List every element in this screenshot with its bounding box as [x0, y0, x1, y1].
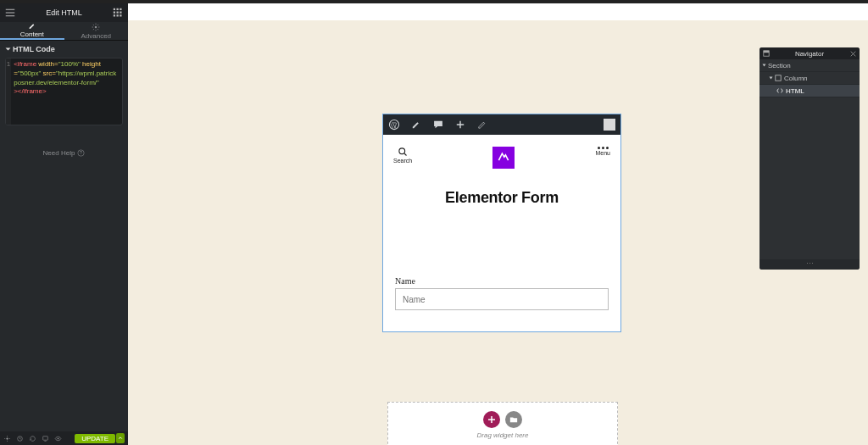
- gear-icon: [92, 23, 100, 31]
- panel-header: Edit HTML: [0, 3, 128, 22]
- name-label: Name: [395, 276, 609, 286]
- section-html-code[interactable]: HTML Code: [0, 41, 128, 58]
- svg-point-9: [95, 25, 97, 28]
- template-button[interactable]: [505, 411, 522, 428]
- editor-canvas: Search Menu Elementor Form Name Drag wid…: [128, 3, 868, 445]
- nav-section[interactable]: Section: [760, 59, 860, 72]
- pencil-icon: [28, 22, 36, 30]
- caret-down-icon: [6, 48, 11, 51]
- plus-icon[interactable]: [454, 119, 466, 131]
- drop-zone[interactable]: Drag widget here: [387, 402, 618, 445]
- svg-rect-7: [116, 14, 118, 16]
- update-button[interactable]: UPDATE: [75, 434, 115, 443]
- svg-point-16: [389, 120, 398, 129]
- wordpress-icon[interactable]: [388, 119, 400, 131]
- customize-icon[interactable]: [410, 119, 422, 131]
- eye-icon[interactable]: [54, 435, 62, 442]
- caret-down-icon: [763, 64, 766, 67]
- svg-rect-14: [43, 436, 48, 440]
- tab-content[interactable]: Content: [0, 22, 64, 40]
- grid-icon[interactable]: [113, 8, 123, 18]
- nav-html[interactable]: HTML: [760, 85, 860, 97]
- menu-icon[interactable]: [5, 8, 15, 18]
- tabs-row: Content Advanced: [0, 22, 128, 41]
- responsive-icon[interactable]: [42, 435, 49, 442]
- help-icon: ?: [77, 149, 85, 157]
- panel-footer: UPDATE: [0, 431, 128, 445]
- navigator-title: Navigator: [795, 50, 824, 58]
- nav-column[interactable]: Column: [760, 72, 860, 85]
- update-caret-button[interactable]: [116, 433, 125, 443]
- search-icon: [398, 147, 408, 157]
- page-heading: Elementor Form: [393, 189, 610, 207]
- close-icon[interactable]: [850, 51, 856, 57]
- gear-icon[interactable]: [3, 435, 11, 442]
- navigator-header[interactable]: Navigator: [760, 47, 860, 59]
- svg-rect-1: [116, 8, 118, 10]
- add-section-button[interactable]: [483, 411, 500, 428]
- tab-advanced-label: Advanced: [81, 32, 111, 40]
- dock-icon[interactable]: [763, 50, 770, 57]
- revisions-icon[interactable]: [16, 435, 24, 442]
- svg-rect-0: [114, 8, 115, 10]
- search-label: Search: [393, 158, 412, 164]
- nav-html-label: HTML: [786, 87, 804, 95]
- need-help[interactable]: Need Help ?: [0, 149, 128, 157]
- code-content[interactable]: <iframe width="100%" height ="500px" src…: [11, 58, 122, 125]
- caret-down-icon: [770, 77, 773, 80]
- edit-icon[interactable]: [476, 119, 488, 131]
- avatar[interactable]: [604, 119, 615, 131]
- navigator-panel: Navigator Section Column HTML ⋯: [760, 47, 860, 270]
- svg-point-15: [58, 437, 59, 439]
- nav-column-label: Column: [784, 75, 808, 82]
- preview-form: Name: [383, 219, 620, 310]
- svg-rect-4: [116, 12, 118, 14]
- tab-advanced[interactable]: Advanced: [64, 22, 129, 40]
- svg-rect-3: [114, 12, 115, 14]
- comments-icon[interactable]: [432, 119, 444, 131]
- panel-title: Edit HTML: [46, 8, 82, 17]
- wp-admin-bar: [383, 114, 620, 135]
- column-icon: [775, 75, 782, 81]
- drop-zone-text: Drag widget here: [477, 431, 529, 439]
- code-icon: [776, 87, 783, 94]
- nav-section-label: Section: [768, 62, 791, 70]
- name-field[interactable]: [395, 288, 609, 310]
- svg-rect-19: [764, 51, 769, 53]
- folder-icon: [509, 415, 518, 424]
- dots-icon: [598, 147, 609, 149]
- logo-icon: [497, 151, 510, 164]
- svg-rect-5: [120, 12, 121, 14]
- svg-point-17: [399, 148, 405, 154]
- svg-text:?: ?: [81, 150, 83, 155]
- tab-content-label: Content: [20, 31, 44, 38]
- need-help-label: Need Help: [43, 149, 75, 157]
- code-editor[interactable]: 1 <iframe width="100%" height ="500px" s…: [5, 58, 123, 125]
- svg-rect-2: [120, 8, 121, 10]
- svg-rect-6: [114, 14, 115, 16]
- html-widget[interactable]: Search Menu Elementor Form Name: [382, 114, 621, 332]
- svg-rect-20: [776, 75, 781, 81]
- history-icon[interactable]: [29, 435, 36, 442]
- svg-rect-8: [120, 14, 121, 16]
- navigator-footer[interactable]: ⋯: [760, 259, 860, 270]
- search-button[interactable]: Search: [393, 147, 412, 164]
- section-label: HTML Code: [13, 45, 55, 53]
- left-panel: Edit HTML Content Advanced HTML Code 1 <…: [0, 3, 128, 445]
- site-logo[interactable]: [492, 147, 515, 169]
- menu-label: Menu: [595, 150, 610, 156]
- menu-button[interactable]: Menu: [595, 147, 610, 156]
- svg-point-12: [6, 437, 8, 439]
